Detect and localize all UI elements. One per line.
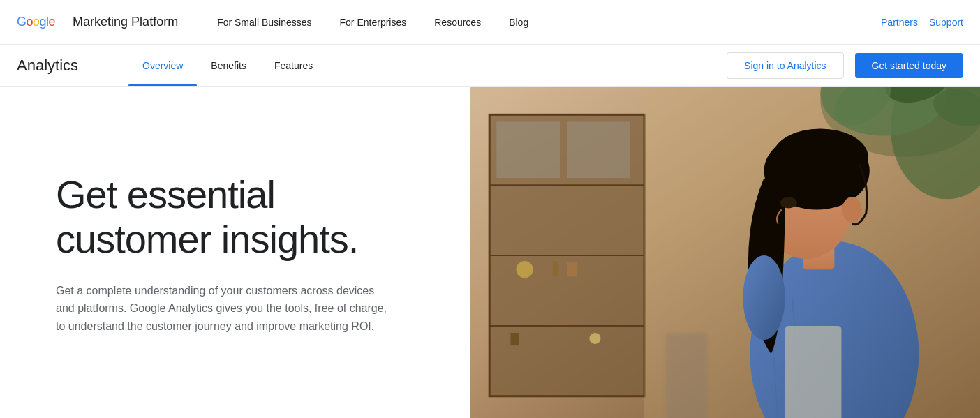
logo-letter-g2: g (40, 15, 47, 29)
nav-link-small-businesses[interactable]: For Small Businesses (206, 11, 322, 33)
svg-rect-12 (510, 333, 519, 345)
secondary-nav-right: Sign in to Analytics Get started today (727, 52, 963, 79)
partners-link[interactable]: Partners (881, 17, 918, 28)
svg-point-8 (516, 261, 533, 278)
logo-area: Google Marketing Platform (17, 15, 178, 29)
tab-features[interactable]: Features (260, 45, 327, 86)
svg-point-27 (773, 129, 868, 186)
hero-section: Get essential customer insights. Get a c… (0, 87, 980, 418)
secondary-navigation: Analytics Overview Benefits Features Sig… (0, 45, 980, 87)
svg-rect-7 (567, 121, 630, 178)
sign-in-button[interactable]: Sign in to Analytics (727, 52, 844, 79)
platform-text: Marketing Platform (73, 15, 178, 29)
svg-point-30 (743, 255, 785, 340)
svg-rect-10 (567, 262, 577, 276)
analytics-title: Analytics (17, 57, 101, 75)
hero-headline: Get essential customer insights. (56, 172, 437, 262)
nav-link-resources[interactable]: Resources (423, 11, 492, 33)
get-started-button[interactable]: Get started today (855, 53, 963, 78)
logo-letter-o2: o (33, 15, 40, 29)
google-logo: Google (17, 15, 55, 29)
hero-text-area: Get essential customer insights. Get a c… (0, 87, 470, 418)
hero-description: Get a complete understanding of your cus… (56, 282, 391, 336)
hero-photo-svg (470, 87, 980, 418)
svg-rect-9 (553, 261, 558, 276)
top-nav-right: Partners Support (881, 17, 963, 28)
logo-divider (64, 15, 64, 29)
svg-point-28 (842, 197, 861, 222)
secondary-nav-links: Overview Benefits Features (128, 45, 727, 86)
svg-point-11 (589, 333, 600, 344)
svg-rect-23 (785, 326, 842, 418)
nav-link-enterprises[interactable]: For Enterprises (329, 11, 418, 33)
svg-rect-6 (496, 121, 560, 178)
tab-overview[interactable]: Overview (128, 45, 197, 86)
logo-letter-g: G (17, 15, 27, 29)
svg-point-29 (780, 197, 797, 208)
top-navigation: Google Marketing Platform For Small Busi… (0, 0, 980, 45)
support-link[interactable]: Support (929, 17, 963, 28)
top-nav-links: For Small Businesses For Enterprises Res… (206, 11, 881, 33)
tab-benefits[interactable]: Benefits (197, 45, 260, 86)
logo-letter-o1: o (27, 15, 34, 29)
hero-image (470, 87, 980, 418)
nav-link-blog[interactable]: Blog (498, 11, 540, 33)
svg-rect-31 (665, 333, 708, 418)
logo-letter-e: e (49, 15, 56, 29)
